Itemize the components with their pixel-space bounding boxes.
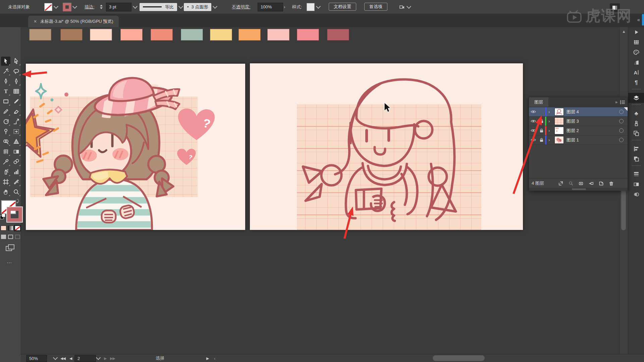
layer-row-图层3[interactable]: ›图层 3 xyxy=(529,117,628,126)
dock-swatches-panel-icon[interactable] xyxy=(628,37,644,47)
panel-collapse-icon[interactable]: » xyxy=(615,100,618,105)
new-layer-icon[interactable] xyxy=(596,181,606,186)
color-swatch-4[interactable] xyxy=(120,29,143,41)
gradient-button[interactable] xyxy=(8,226,13,231)
dock-character-panel-icon[interactable]: A xyxy=(628,67,644,77)
dock-layers-panel-icon[interactable] xyxy=(628,93,644,103)
workspace-switcher[interactable] xyxy=(398,0,411,14)
document-setup-button[interactable]: 文档设置 xyxy=(329,3,356,11)
chevron-down-icon[interactable] xyxy=(54,4,58,8)
none-button[interactable] xyxy=(15,226,20,231)
default-fill-stroke-icon[interactable] xyxy=(0,214,5,219)
dock-transparency-panel-icon[interactable] xyxy=(628,189,644,199)
more-tools-icon[interactable]: ⋯ xyxy=(7,260,12,266)
layer-target-icon[interactable] xyxy=(619,119,624,123)
dock-group-handle[interactable] xyxy=(632,104,641,107)
dock-gradient-fan-panel-icon[interactable] xyxy=(628,57,644,67)
color-swatch-1[interactable] xyxy=(29,29,51,41)
vertical-scroll-thumb[interactable] xyxy=(621,187,626,230)
arrange-documents-icon[interactable] xyxy=(610,3,620,12)
visibility-eye-icon[interactable] xyxy=(529,138,538,142)
slice-tool[interactable] xyxy=(11,177,21,186)
magic-wand-tool[interactable] xyxy=(1,67,10,76)
artboard-tool[interactable] xyxy=(1,177,10,186)
next-artboard-button[interactable]: ▶ xyxy=(104,354,106,362)
stroke-weight-stepper[interactable] xyxy=(100,0,104,14)
layer-thumbnail[interactable] xyxy=(554,136,564,144)
artboard-number-field[interactable]: 2 xyxy=(74,354,96,362)
horizontal-scroll-thumb[interactable] xyxy=(433,355,485,361)
visibility-eye-icon[interactable] xyxy=(529,129,538,132)
clipping-mask-icon[interactable] xyxy=(576,181,586,186)
lock-icon[interactable] xyxy=(538,138,545,142)
type-tool[interactable]: T xyxy=(1,87,10,96)
expand-layer-icon[interactable]: › xyxy=(548,109,552,114)
dock-gradient-panel-icon[interactable] xyxy=(628,179,644,189)
grid-tool[interactable] xyxy=(11,87,21,96)
opacity-label[interactable]: 不透明度: xyxy=(232,0,251,14)
style-swatch[interactable] xyxy=(307,0,320,14)
visibility-eye-icon[interactable] xyxy=(529,119,538,123)
rotate-tool[interactable] xyxy=(1,117,10,126)
color-swatch-2[interactable] xyxy=(60,29,83,41)
layer-thumbnail[interactable] xyxy=(554,117,564,125)
opacity-more-arrow[interactable]: › xyxy=(284,0,285,14)
blend-tool[interactable] xyxy=(11,157,21,166)
color-swatch-10[interactable] xyxy=(297,29,319,41)
zoom-tool[interactable] xyxy=(11,187,21,196)
dock-group-handle[interactable] xyxy=(632,89,641,92)
gradient-tool[interactable] xyxy=(11,147,21,156)
zoom-level-dropdown[interactable] xyxy=(52,354,57,362)
dock-artboards-panel-icon[interactable] xyxy=(628,128,644,138)
layers-panel-scrollbar[interactable] xyxy=(529,188,628,191)
document-tab[interactable]: ✕ 未标题-3.ai* @ 50% (RGB/GPU 预览) xyxy=(28,16,119,27)
rectangle-tool[interactable] xyxy=(1,97,10,106)
screen-mode-icon[interactable] xyxy=(5,244,15,252)
artboard-dropdown[interactable] xyxy=(95,354,100,362)
shape-builder-tool[interactable] xyxy=(1,137,10,146)
paintbrush-tool[interactable] xyxy=(11,97,21,106)
previous-artboard-button[interactable]: ◀ xyxy=(69,354,72,362)
color-swatch-9[interactable] xyxy=(267,29,289,41)
stroke-color-well[interactable] xyxy=(63,0,76,14)
chevron-down-icon[interactable] xyxy=(213,4,217,8)
opacity-field[interactable]: 100% xyxy=(258,0,283,14)
expand-layer-icon[interactable]: › xyxy=(548,137,552,142)
layers-panel-tab[interactable]: 图层 xyxy=(529,97,548,107)
eyedropper-tool[interactable] xyxy=(1,157,10,166)
layer-thumbnail[interactable] xyxy=(554,108,564,116)
layer-row-图层2[interactable]: ›图层 2 xyxy=(529,126,628,135)
dock-color-panel-icon[interactable] xyxy=(628,47,644,57)
artboard-1-finished-illustration[interactable]: ? ? xyxy=(26,64,245,230)
visibility-eye-icon[interactable] xyxy=(529,110,538,114)
close-icon[interactable]: ✕ xyxy=(34,19,37,24)
dock-align-panel-icon[interactable] xyxy=(628,144,644,154)
layer-thumbnail[interactable] xyxy=(554,127,564,134)
shaper-tool[interactable] xyxy=(1,107,10,116)
first-artboard-button[interactable]: ◀◀ xyxy=(60,354,65,362)
draw-behind-mode-icon[interactable] xyxy=(8,235,13,239)
hand-tool[interactable] xyxy=(1,187,10,196)
last-artboard-button[interactable]: ▶▶ xyxy=(110,354,115,362)
lock-icon[interactable] xyxy=(538,119,545,123)
free-transform-tool[interactable] xyxy=(11,127,21,136)
direct-selection-tool[interactable] xyxy=(11,57,21,66)
swap-fill-stroke-icon[interactable]: ⤸ xyxy=(16,198,19,204)
status-back-icon[interactable]: ‹ xyxy=(214,354,215,362)
layer-name[interactable]: 图层 2 xyxy=(567,128,619,134)
color-swatch-6[interactable] xyxy=(181,29,203,41)
symbol-sprayer-tool[interactable] xyxy=(1,167,10,176)
stroke-color-indicator[interactable] xyxy=(7,207,22,222)
curvature-tool[interactable] xyxy=(11,77,21,86)
color-swatch-5[interactable] xyxy=(151,29,173,41)
brush-definition-select[interactable]: •3 点圆形 xyxy=(184,0,217,14)
collapse-dock-icon[interactable]: « xyxy=(637,17,640,22)
dock-group-handle[interactable] xyxy=(632,165,641,168)
color-swatch-11[interactable] xyxy=(327,29,349,41)
draw-inside-mode-icon[interactable] xyxy=(15,235,20,239)
collect-export-icon[interactable] xyxy=(556,181,566,186)
layer-name[interactable]: 图层 3 xyxy=(567,118,619,124)
color-swatch-8[interactable] xyxy=(238,29,261,41)
expand-layer-icon[interactable]: › xyxy=(548,128,552,133)
dock-group-handle[interactable] xyxy=(632,140,641,142)
